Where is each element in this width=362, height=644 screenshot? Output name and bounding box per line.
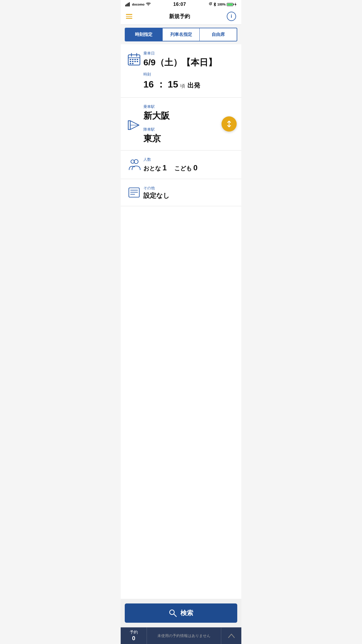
svg-rect-1 — [126, 4, 127, 6]
time-hour: 16 — [143, 79, 154, 90]
child-label: こども — [174, 165, 192, 172]
svg-rect-16 — [132, 61, 133, 62]
tab-jiyuseki[interactable]: 自由席 — [200, 28, 237, 41]
svg-line-6 — [211, 2, 212, 3]
svg-rect-3 — [129, 2, 130, 6]
train-icon — [127, 119, 141, 131]
adult-count: 1 — [163, 163, 167, 172]
time-value: 16 ： 15 頃 出発 — [143, 78, 236, 91]
svg-rect-15 — [130, 61, 131, 62]
status-carrier: docomo — [125, 2, 151, 6]
status-right: 100% — [209, 2, 237, 6]
main-content: 乗車日 6/9（土）【本日】 時刻 16 ： 15 頃 出発 — [121, 44, 241, 599]
svg-rect-17 — [134, 61, 136, 62]
svg-rect-12 — [132, 59, 133, 60]
svg-rect-13 — [134, 59, 136, 60]
date-label: 乗車日 — [143, 51, 236, 56]
date-content: 乗車日 6/9（土）【本日】 時刻 16 ： 15 頃 出発 — [142, 51, 236, 91]
svg-point-26 — [134, 160, 138, 164]
bottom-bar: 予約 0 未使用の予約情報はありません — [121, 627, 241, 644]
tab-jikoku[interactable]: 時刻指定 — [125, 28, 163, 41]
battery-percent: 100% — [217, 3, 226, 6]
svg-rect-19 — [130, 63, 131, 64]
notes-icon-container — [126, 187, 142, 198]
svg-rect-0 — [125, 5, 126, 6]
svg-rect-20 — [132, 63, 133, 64]
svg-rect-11 — [130, 59, 131, 60]
time-direction: 出発 — [187, 81, 200, 90]
station-section[interactable]: 乗車駅 新大阪 降車駅 東京 — [121, 98, 241, 150]
date-value: 6/9（土）【本日】 — [143, 57, 236, 68]
reservation-count: 0 — [132, 635, 135, 642]
reservation-label: 予約 — [130, 630, 138, 635]
tab-resshamei[interactable]: 列車名指定 — [163, 28, 200, 41]
swap-icon — [225, 120, 233, 128]
signal-icon — [125, 2, 131, 6]
departure-label: 乗車駅 — [143, 104, 236, 109]
location-icon — [209, 2, 212, 6]
notes-icon — [128, 187, 140, 198]
train-icon-container — [126, 106, 142, 144]
people-icon-container — [126, 159, 142, 170]
departure-value: 新大阪 — [143, 111, 236, 121]
arrival-label: 降車駅 — [143, 127, 236, 132]
wifi-icon — [146, 3, 151, 6]
other-label: その他 — [143, 186, 236, 191]
tab-bar: 時刻指定 列車名指定 自由席 — [125, 28, 237, 41]
adult-label: おとな — [143, 165, 161, 172]
page-title: 新規予約 — [169, 13, 190, 20]
info-button[interactable]: i — [227, 12, 236, 21]
passengers-section[interactable]: 人数 おとな 1 こども 0 — [121, 150, 241, 179]
svg-rect-2 — [128, 3, 129, 6]
no-reservation-text: 未使用の予約情報はありません — [147, 633, 221, 638]
battery-icon — [227, 3, 233, 6]
people-icon — [127, 159, 141, 170]
other-section[interactable]: その他 設定なし — [121, 179, 241, 206]
other-content: その他 設定なし — [142, 186, 236, 200]
bluetooth-icon — [213, 2, 216, 6]
arrival-value: 東京 — [143, 133, 236, 144]
svg-line-32 — [174, 614, 176, 617]
swap-button[interactable] — [222, 116, 237, 132]
svg-rect-18 — [137, 61, 138, 62]
search-section: 検索 — [121, 599, 241, 627]
other-value: 設定なし — [143, 192, 236, 200]
search-button[interactable]: 検索 — [125, 603, 237, 623]
top-nav: 新規予約 i — [121, 8, 241, 25]
svg-point-5 — [210, 4, 211, 4]
time-suffix: 頃 — [180, 83, 185, 89]
search-label: 検索 — [180, 609, 193, 617]
status-bar: docomo 16:07 100% — [121, 0, 241, 8]
passengers-content: 人数 おとな 1 こども 0 — [142, 157, 236, 172]
time-label: 時刻 — [143, 72, 236, 77]
date-section[interactable]: 乗車日 6/9（土）【本日】 時刻 16 ： 15 頃 出発 — [121, 44, 241, 98]
calendar-icon — [127, 52, 141, 66]
carrier-name: docomo — [132, 3, 145, 6]
hamburger-menu[interactable] — [126, 14, 132, 19]
charging-icon — [234, 2, 237, 6]
passengers-value: おとな 1 こども 0 — [143, 163, 236, 172]
calendar-icon-container — [126, 52, 142, 66]
status-time: 16:07 — [173, 2, 186, 7]
chevron-up-icon — [227, 633, 236, 639]
search-icon — [169, 609, 177, 617]
passengers-label: 人数 — [143, 157, 236, 162]
svg-rect-14 — [137, 59, 138, 60]
reservation-tab[interactable]: 予約 0 — [121, 627, 147, 644]
scroll-up-button[interactable] — [221, 628, 241, 644]
time-minute: 15 — [168, 79, 178, 90]
child-count: 0 — [193, 163, 197, 172]
